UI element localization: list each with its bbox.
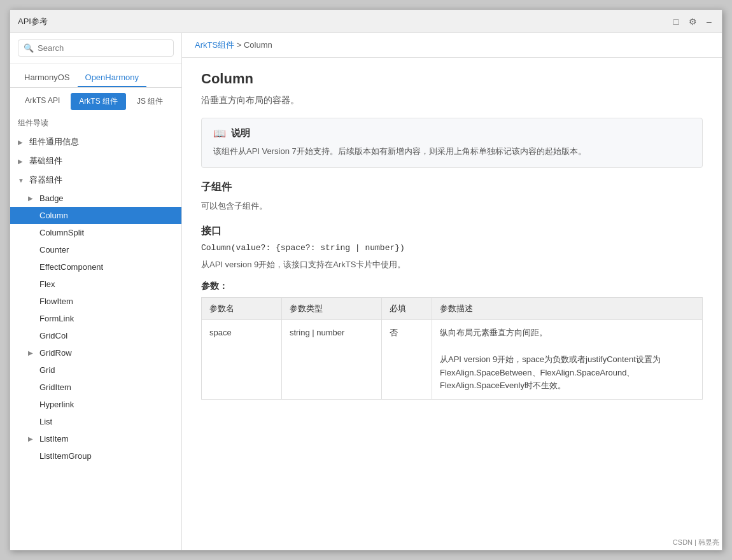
col-header-required: 必填 <box>382 298 432 320</box>
nav-label: Flex <box>39 279 55 289</box>
sidebar-item-listitemgroup[interactable]: ListItemGroup <box>10 447 181 465</box>
main-content: 🔍 HarmonyOS OpenHarmony ArkTS API ArkTS … <box>10 33 722 550</box>
breadcrumb-parent[interactable]: ArkTS组件 <box>195 40 234 50</box>
col-header-desc: 参数描述 <box>432 298 702 320</box>
search-box: 🔍 <box>10 33 181 64</box>
note-header: 📖 说明 <box>213 127 691 139</box>
app-window: API参考 □ ⚙ – 🔍 HarmonyOS OpenHarmony <box>10 10 722 550</box>
content-area: ArkTS组件 > Column Column 沿垂直方向布局的容器。 📖 说明… <box>182 33 722 550</box>
sidebar-item-counter[interactable]: Counter <box>10 241 181 258</box>
arrow-icon: ▶ <box>28 195 37 202</box>
sidebar-item-columnsplit[interactable]: ColumnSplit <box>10 224 181 241</box>
arrow-icon: ▶ <box>28 349 37 356</box>
nav-label: List <box>39 417 52 426</box>
param-desc: 纵向布局元素垂直方向间距。 从API version 9开始，space为负数或… <box>432 320 702 400</box>
page-title: Column <box>201 71 703 87</box>
api-tabs: ArkTS API ArkTS 组件 JS 组件 <box>10 88 181 115</box>
sidebar-item-flowitem[interactable]: FlowItem <box>10 293 181 310</box>
nav-label: Hyperlink <box>39 400 74 409</box>
sidebar-item-hyperlink[interactable]: Hyperlink <box>10 396 181 413</box>
section-label: 组件导读 <box>10 115 181 132</box>
api-tab-arkts-component[interactable]: ArkTS 组件 <box>71 93 126 110</box>
sidebar-item-listitem[interactable]: ▶ ListItem <box>10 430 181 447</box>
tab-harmonyos[interactable]: HarmonyOS <box>17 69 78 87</box>
sidebar-item-common-info[interactable]: ▶ 组件通用信息 <box>10 132 181 151</box>
titlebar: API参考 □ ⚙ – <box>10 10 722 33</box>
window-controls: □ ⚙ – <box>671 17 714 27</box>
nav-label: ListItem <box>39 434 69 444</box>
arrow-icon: ▼ <box>18 177 27 184</box>
sidebar-item-badge[interactable]: ▶ Badge <box>10 190 181 207</box>
table-row: space string | number 否 纵向布局元素垂直方向间距。 从A… <box>202 320 703 400</box>
nav-label: GridCol <box>39 331 67 340</box>
sidebar-item-list[interactable]: List <box>10 413 181 430</box>
minimize-icon[interactable]: – <box>704 17 714 27</box>
sidebar-item-grid[interactable]: Grid <box>10 361 181 379</box>
sidebar-item-formlink[interactable]: FormLink <box>10 310 181 327</box>
sidebar-item-gridrow[interactable]: ▶ GridRow <box>10 344 181 361</box>
api-tab-arkts-api[interactable]: ArkTS API <box>17 93 68 110</box>
breadcrumb: ArkTS组件 > Column <box>182 33 722 58</box>
nav-label: GridItem <box>39 382 71 392</box>
arrow-icon: ▶ <box>28 435 37 442</box>
breadcrumb-current: Column <box>244 40 272 50</box>
nav-label: FormLink <box>39 314 74 323</box>
tab-openharmony[interactable]: OpenHarmony <box>78 69 147 87</box>
breadcrumb-separator: > <box>237 40 244 50</box>
window-title: API参考 <box>18 16 48 27</box>
child-section-title: 子组件 <box>201 181 703 194</box>
watermark: CSDN | 韩昱亮 <box>673 538 719 547</box>
sidebar-item-griditem[interactable]: GridItem <box>10 379 181 396</box>
interface-signature: Column(value?: {space?: string | number}… <box>201 243 703 253</box>
nav-label: Column <box>39 211 68 220</box>
nav-label: 组件通用信息 <box>29 136 79 148</box>
search-input-wrapper[interactable]: 🔍 <box>18 39 174 57</box>
arrow-icon: ▶ <box>18 139 27 146</box>
sidebar-item-gridcol[interactable]: GridCol <box>10 327 181 344</box>
interface-section-title: 接口 <box>201 225 703 238</box>
param-name: space <box>202 320 282 400</box>
nav-label: GridRow <box>39 348 72 358</box>
nav-tree: ▶ 组件通用信息 ▶ 基础组件 ▼ 容器组件 ▶ Badge Column <box>10 132 181 550</box>
nav-label: 基础组件 <box>29 155 62 167</box>
sidebar-item-container-components[interactable]: ▼ 容器组件 <box>10 171 181 190</box>
child-section-text: 可以包含子组件。 <box>201 199 703 213</box>
nav-label: EffectComponent <box>39 262 103 272</box>
note-title: 说明 <box>231 127 250 139</box>
params-label: 参数： <box>201 281 703 292</box>
note-box: 📖 说明 该组件从API Version 7开始支持。后续版本如有新增内容，则采… <box>201 118 703 168</box>
nav-label: Counter <box>39 245 69 255</box>
param-required: 否 <box>382 320 432 400</box>
col-header-name: 参数名 <box>202 298 282 320</box>
search-icon: 🔍 <box>24 43 34 53</box>
param-type: string | number <box>281 320 381 400</box>
sidebar-item-flex[interactable]: Flex <box>10 276 181 293</box>
content-scroll: Column 沿垂直方向布局的容器。 📖 说明 该组件从API Version … <box>182 58 722 550</box>
nav-label: Badge <box>39 193 64 203</box>
note-text: 该组件从API Version 7开始支持。后续版本如有新增内容，则采用上角标单… <box>213 144 691 158</box>
search-input[interactable] <box>38 43 168 53</box>
nav-label: ListItemGroup <box>39 451 92 461</box>
nav-label: Grid <box>39 365 55 375</box>
api-tab-js-component[interactable]: JS 组件 <box>129 93 171 110</box>
params-table: 参数名 参数类型 必填 参数描述 space string | number 否 <box>201 297 703 400</box>
sidebar-item-effectcomponent[interactable]: EffectComponent <box>10 258 181 276</box>
restore-icon[interactable]: □ <box>671 17 681 27</box>
book-icon: 📖 <box>213 127 226 139</box>
sidebar-item-column[interactable]: Column <box>10 207 181 224</box>
platform-tabs: HarmonyOS OpenHarmony <box>10 64 181 88</box>
interface-note: 从API version 9开始，该接口支持在ArkTS卡片中使用。 <box>201 258 703 272</box>
nav-label: ColumnSplit <box>39 228 84 237</box>
col-header-type: 参数类型 <box>281 298 381 320</box>
sidebar-item-basic-components[interactable]: ▶ 基础组件 <box>10 151 181 171</box>
nav-label: 容器组件 <box>29 174 62 186</box>
arrow-icon: ▶ <box>18 158 27 165</box>
page-description: 沿垂直方向布局的容器。 <box>201 95 703 106</box>
nav-label: FlowItem <box>39 297 73 306</box>
settings-icon[interactable]: ⚙ <box>687 17 698 27</box>
sidebar: 🔍 HarmonyOS OpenHarmony ArkTS API ArkTS … <box>10 33 182 550</box>
